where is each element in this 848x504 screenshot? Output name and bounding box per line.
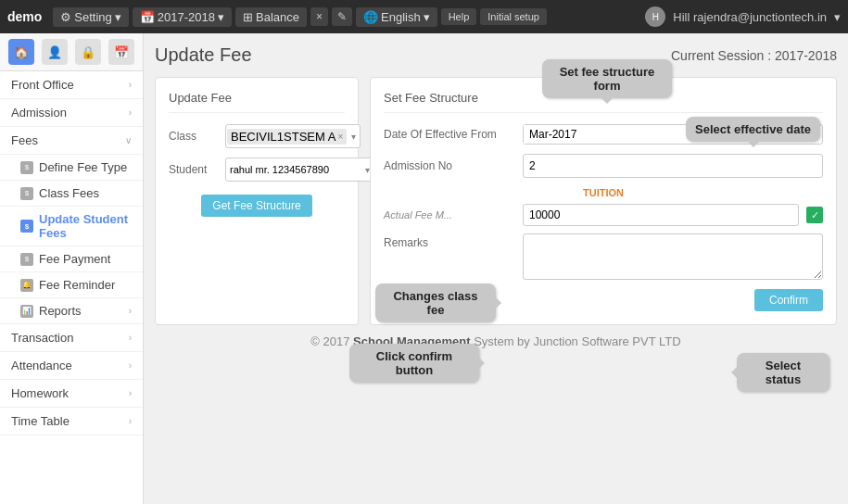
class-fees-icon: $: [20, 187, 33, 200]
date-input[interactable]: [524, 125, 796, 144]
sidebar-item-fees[interactable]: Fees ∨: [0, 127, 143, 155]
sidebar-item-time-table[interactable]: Time Table ›: [0, 408, 143, 435]
chevron-down-icon: ▾: [834, 10, 841, 24]
initial-setup-button[interactable]: Initial setup: [480, 8, 547, 25]
sidebar-item-label: Admission: [11, 106, 67, 120]
confirm-row: Confirm: [384, 289, 823, 311]
sidebar-item-front-office[interactable]: Front Office ›: [0, 71, 143, 99]
edit-icon-button[interactable]: ✎: [332, 7, 352, 26]
session-button[interactable]: 📅 2017-2018 ▾: [133, 7, 232, 27]
date-label: Date Of Effective From: [384, 128, 523, 141]
chevron-right-icon: ›: [129, 306, 132, 316]
sidebar: 🏠 👤 🔒 📅 Front Office › Admission › Fees …: [0, 33, 144, 504]
confirm-button[interactable]: Confirm: [754, 289, 823, 311]
user-icon[interactable]: 👤: [42, 39, 68, 65]
student-input[interactable]: [226, 162, 361, 177]
set-fee-card-title: Set Fee Structure: [384, 91, 823, 113]
class-field-row: Class BECIVIL1STSEM A × ▾: [169, 124, 345, 148]
language-button[interactable]: 🌐 English ▾: [356, 7, 437, 27]
sidebar-item-label: Fees: [11, 133, 38, 147]
student-label: Student: [169, 163, 220, 176]
sidebar-item-admission[interactable]: Admission ›: [0, 99, 143, 127]
update-fee-card-title: Update Fee: [169, 91, 345, 113]
setting-button[interactable]: ⚙ Setting ▾: [53, 7, 128, 27]
sidebar-item-transaction[interactable]: Transaction ›: [0, 324, 143, 352]
class-tag-text: BECIVIL1STSEM A: [231, 130, 335, 144]
home-icon[interactable]: 🏠: [8, 39, 34, 65]
setting-icon: ⚙: [60, 10, 71, 24]
chevron-right-icon: ›: [129, 107, 132, 118]
tuition-section: TUITION Actual Fee M... ✓: [384, 187, 823, 226]
class-tag: BECIVIL1STSEM A ×: [227, 129, 347, 145]
admission-label: Admission No: [384, 159, 523, 172]
sidebar-item-attendance[interactable]: Attendance ›: [0, 352, 143, 380]
lock-icon[interactable]: 🔒: [75, 39, 101, 65]
update-fees-icon: $: [20, 220, 33, 233]
sidebar-item-label: Attendance: [11, 359, 72, 372]
chevron-right-icon: ›: [129, 416, 132, 426]
user-info: H Hill rajendra@junctiontech.in ▾: [645, 6, 841, 27]
chevron-down-icon: ▾: [424, 10, 430, 24]
fee-reminder-icon: 🔔: [20, 279, 33, 292]
sidebar-item-homework[interactable]: Homework ›: [0, 380, 143, 408]
callout-label: Select status: [766, 359, 801, 386]
tuition-header: TUITION: [384, 187, 823, 198]
avatar: H: [645, 6, 665, 27]
calendar-icon[interactable]: 📅: [108, 39, 134, 65]
balance-button[interactable]: ⊞ Balance: [235, 7, 307, 27]
calendar-icon: 📅: [140, 10, 155, 24]
remarks-label: Remarks: [384, 233, 523, 249]
fee-payment-icon: $: [20, 253, 33, 266]
chevron-right-icon: ›: [129, 333, 132, 343]
status-checkbox[interactable]: ✓: [806, 207, 823, 223]
chevron-down-icon: ∨: [125, 135, 132, 145]
close-icon-button[interactable]: ×: [310, 7, 328, 26]
app-brand: demo: [7, 9, 42, 24]
date-input-wrap[interactable]: 📅: [523, 124, 823, 145]
main-content: Update Fee Current Session : 2017-2018 U…: [144, 33, 848, 504]
class-tag-close[interactable]: ×: [337, 132, 343, 142]
tuition-actual-label: Actual Fee M...: [384, 209, 523, 220]
fee-type-icon: $: [20, 161, 33, 174]
update-fee-card: Update Fee Class BECIVIL1STSEM A × ▾ Stu…: [155, 77, 359, 325]
class-label: Class: [169, 130, 220, 143]
sidebar-sub-label: Class Fees: [39, 186, 99, 200]
balance-icon: ⊞: [243, 10, 253, 24]
calendar-icon[interactable]: 📅: [796, 128, 822, 142]
chevron-down-icon[interactable]: ▾: [348, 132, 360, 142]
sidebar-icons-row: 🏠 👤 🔒 📅: [0, 33, 143, 71]
user-name: Hill rajendra@junctiontech.in: [673, 10, 827, 24]
page-title: Update Fee: [155, 44, 252, 66]
student-select[interactable]: ▾: [225, 158, 374, 182]
globe-icon: 🌐: [363, 10, 378, 24]
main-layout: 🏠 👤 🔒 📅 Front Office › Admission › Fees …: [0, 33, 848, 504]
sidebar-sub-fee-reminder[interactable]: 🔔 Fee Reminder: [0, 272, 143, 298]
sidebar-sub-class-fees[interactable]: $ Class Fees: [0, 181, 143, 207]
callout-select-status: Select status: [737, 353, 829, 392]
chevron-down-icon: ▾: [218, 10, 224, 24]
sidebar-item-label: Transaction: [11, 331, 73, 345]
sidebar-sub-define-fee-type[interactable]: $ Define Fee Type: [0, 155, 143, 181]
student-field-row: Student ▾: [169, 158, 345, 182]
admission-input[interactable]: [523, 154, 823, 178]
sidebar-sub-fee-payment[interactable]: $ Fee Payment: [0, 246, 143, 272]
sidebar-sub-label: Fee Reminder: [39, 278, 115, 292]
tuition-amount-row: Actual Fee M... ✓: [384, 204, 823, 226]
get-fee-btn-wrapper: Get Fee Structure: [169, 191, 345, 217]
footer-text: © 2017 School Management System by Junct…: [310, 334, 680, 348]
callout-confirm-button: Click confirm button: [349, 344, 479, 383]
class-select[interactable]: BECIVIL1STSEM A × ▾: [225, 124, 361, 148]
sidebar-sub-reports[interactable]: 📊 Reports ›: [0, 298, 143, 324]
page-header: Update Fee Current Session : 2017-2018: [155, 44, 837, 66]
remarks-textarea[interactable]: [523, 233, 823, 280]
footer: © 2017 School Management System by Junct…: [155, 334, 837, 348]
help-button[interactable]: Help: [441, 8, 477, 25]
cards-row: Update Fee Class BECIVIL1STSEM A × ▾ Stu…: [155, 77, 837, 325]
remarks-row: Remarks: [384, 233, 823, 280]
sidebar-sub-label: Define Fee Type: [39, 160, 127, 174]
get-fee-structure-button[interactable]: Get Fee Structure: [201, 195, 311, 217]
tuition-input[interactable]: [523, 204, 799, 226]
navbar: demo ⚙ Setting ▾ 📅 2017-2018 ▾ ⊞ Balance…: [0, 0, 848, 33]
chevron-down-icon: ▾: [115, 10, 121, 24]
sidebar-sub-update-student-fees[interactable]: $ Update Student Fees ◄: [0, 207, 143, 246]
